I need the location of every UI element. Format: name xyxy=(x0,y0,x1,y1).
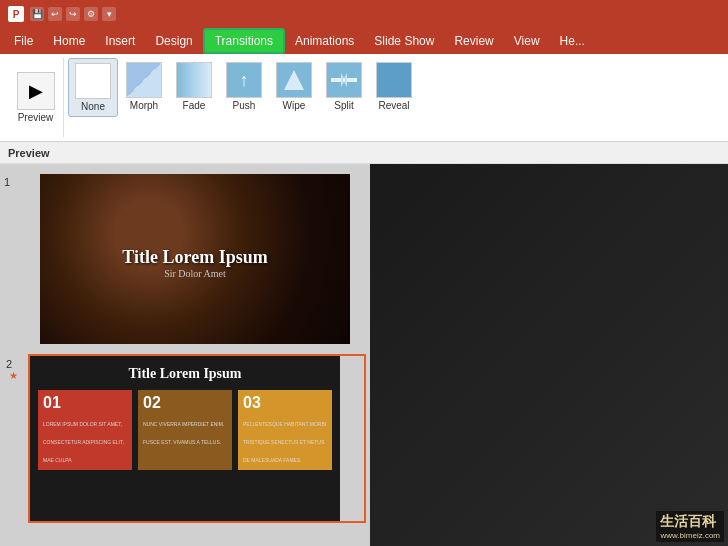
svg-rect-2 xyxy=(347,78,357,82)
quick-access-toolbar: 💾 ↩ ↪ ⚙ ▾ xyxy=(30,7,116,21)
transition-morph-icon xyxy=(126,62,162,98)
preview-background xyxy=(370,164,728,546)
slide2-card-2: 02 NUNC VIVERRA IMPERDIET ENIM. FUSCE ES… xyxy=(138,390,232,470)
card-number-2: 02 xyxy=(143,394,227,412)
menu-home[interactable]: Home xyxy=(43,30,95,52)
slide2-card-3: 03 PELLENTESQUE HABITANT MORBI TRISTIQUE… xyxy=(238,390,332,470)
transition-wipe-icon xyxy=(276,62,312,98)
slide-star-2: ★ xyxy=(9,370,19,381)
slide2-cards: 01 LOREM IPSUM DOLOR SIT AMET, CONSECTET… xyxy=(30,390,340,470)
slides-panel: 1 Title Lorem Ipsum Sir Dolor Amet 2 ★ T… xyxy=(0,164,370,546)
slide-number-1: 1 xyxy=(4,172,20,188)
extra-button[interactable]: ⚙ xyxy=(84,7,98,21)
preview-icon: ▶ xyxy=(17,72,55,110)
transition-push-label: Push xyxy=(233,100,256,111)
transition-push-icon: ↑ xyxy=(226,62,262,98)
transition-reveal-label: Reveal xyxy=(378,100,409,111)
save-button[interactable]: 💾 xyxy=(30,7,44,21)
transition-none-icon xyxy=(75,63,111,99)
undo-button[interactable]: ↩ xyxy=(48,7,62,21)
menu-bar: File Home Insert Design Transitions Anim… xyxy=(0,28,728,54)
menu-animations[interactable]: Animations xyxy=(285,30,364,52)
slide-star-1 xyxy=(24,172,34,183)
transition-morph[interactable]: Morph xyxy=(120,58,168,115)
transition-split[interactable]: Split xyxy=(320,58,368,115)
card-text-1: LOREM IPSUM DOLOR SIT AMET, CONSECTETUR … xyxy=(43,421,124,463)
svg-rect-1 xyxy=(331,78,341,82)
transition-morph-label: Morph xyxy=(130,100,158,111)
preview-label: Preview xyxy=(18,112,54,123)
transitions-group: None Morph Fade ↑ Push Wipe xyxy=(68,58,720,137)
svg-marker-0 xyxy=(284,70,304,90)
title-bar: P 💾 ↩ ↪ ⚙ ▾ xyxy=(0,0,728,28)
menu-design[interactable]: Design xyxy=(145,30,202,52)
menu-slideshow[interactable]: Slide Show xyxy=(364,30,444,52)
main-preview-area: 生活百科 www.bimeiz.com xyxy=(370,164,728,546)
slide-thumbnail-2[interactable]: Title Lorem Ipsum 01 LOREM IPSUM DOLOR S… xyxy=(28,354,366,523)
transition-reveal[interactable]: Reveal xyxy=(370,58,418,115)
card-text-3: PELLENTESQUE HABITANT MORBI TRISTIQUE SE… xyxy=(243,421,326,463)
transition-fade[interactable]: Fade xyxy=(170,58,218,115)
transition-wipe-label: Wipe xyxy=(283,100,306,111)
transition-none[interactable]: None xyxy=(68,58,118,117)
menu-file[interactable]: File xyxy=(4,30,43,52)
slide1-content: Title Lorem Ipsum Sir Dolor Amet xyxy=(40,174,350,344)
menu-view[interactable]: View xyxy=(504,30,550,52)
slide2-content: Title Lorem Ipsum 01 LOREM IPSUM DOLOR S… xyxy=(30,356,340,521)
app-icon: P xyxy=(8,6,24,22)
preview-button[interactable]: ▶ Preview xyxy=(8,58,64,137)
section-label: Preview xyxy=(8,147,50,159)
menu-help[interactable]: He... xyxy=(550,30,595,52)
card-number-1: 01 xyxy=(43,394,127,412)
slide-number-2: 2 xyxy=(6,354,22,370)
transition-none-label: None xyxy=(81,101,105,112)
watermark: 生活百科 www.bimeiz.com xyxy=(656,511,724,542)
dropdown-button[interactable]: ▾ xyxy=(102,7,116,21)
menu-transitions[interactable]: Transitions xyxy=(203,28,285,54)
slide2-title: Title Lorem Ipsum xyxy=(30,356,340,390)
ribbon: ▶ Preview None Morph Fade ↑ Push Wip xyxy=(0,54,728,142)
transition-split-icon xyxy=(326,62,362,98)
menu-insert[interactable]: Insert xyxy=(95,30,145,52)
transition-fade-icon xyxy=(176,62,212,98)
slide1-subtitle: Sir Dolor Amet xyxy=(164,268,226,279)
transition-push[interactable]: ↑ Push xyxy=(220,58,268,115)
transition-split-label: Split xyxy=(334,100,353,111)
card-number-3: 03 xyxy=(243,394,327,412)
transition-wipe[interactable]: Wipe xyxy=(270,58,318,115)
card-text-2: NUNC VIVERRA IMPERDIET ENIM. FUSCE EST. … xyxy=(143,421,224,445)
transition-reveal-icon xyxy=(376,62,412,98)
transition-fade-label: Fade xyxy=(183,100,206,111)
menu-review[interactable]: Review xyxy=(444,30,503,52)
preview-slide: 生活百科 www.bimeiz.com xyxy=(370,164,728,546)
slide-item-2: 2 ★ Title Lorem Ipsum 01 LOREM IPSUM DOL… xyxy=(4,354,366,523)
watermark-chinese: 生活百科 xyxy=(660,513,720,531)
slide-thumbnail-1[interactable]: Title Lorem Ipsum Sir Dolor Amet xyxy=(38,172,366,346)
watermark-url: www.bimeiz.com xyxy=(660,531,720,540)
slide1-title: Title Lorem Ipsum xyxy=(122,247,267,268)
svg-marker-4 xyxy=(343,73,347,87)
slide2-card-1: 01 LOREM IPSUM DOLOR SIT AMET, CONSECTET… xyxy=(38,390,132,470)
section-bar: Preview xyxy=(0,142,728,164)
slide-item-1: 1 Title Lorem Ipsum Sir Dolor Amet xyxy=(4,172,366,346)
main-content: 1 Title Lorem Ipsum Sir Dolor Amet 2 ★ T… xyxy=(0,164,728,546)
redo-button[interactable]: ↪ xyxy=(66,7,80,21)
